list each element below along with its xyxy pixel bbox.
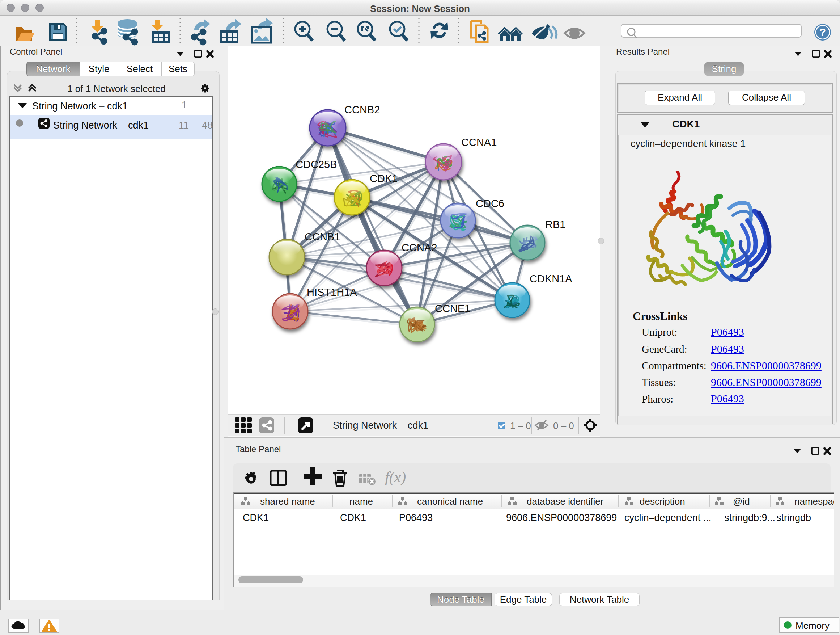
svg-text:f(x): f(x) (385, 469, 406, 486)
svg-text:CCNA1: CCNA1 (461, 136, 497, 148)
svg-text:RB1: RB1 (545, 219, 565, 230)
svg-text:CDK1: CDK1 (370, 173, 398, 184)
svg-text:CDKN1A: CDKN1A (530, 273, 572, 285)
svg-text:description: description (639, 496, 685, 507)
svg-text:namespac: namespac (794, 496, 834, 507)
svg-text:?: ? (819, 26, 826, 38)
svg-text:shared name: shared name (260, 496, 315, 507)
svg-text:@id: @id (733, 496, 750, 507)
svg-text:CDC25B: CDC25B (295, 158, 337, 170)
svg-text:canonical name: canonical name (417, 496, 483, 507)
svg-text:database identifier: database identifier (527, 496, 604, 507)
svg-text:CCNE1: CCNE1 (435, 302, 470, 314)
svg-text:CCNB2: CCNB2 (344, 104, 380, 116)
svg-text:HIST1H1A: HIST1H1A (307, 287, 357, 298)
svg-text:CDC6: CDC6 (476, 198, 504, 209)
svg-text:CCNA2: CCNA2 (401, 242, 437, 253)
svg-text:name: name (349, 496, 373, 507)
svg-text:CCNB1: CCNB1 (305, 231, 340, 242)
